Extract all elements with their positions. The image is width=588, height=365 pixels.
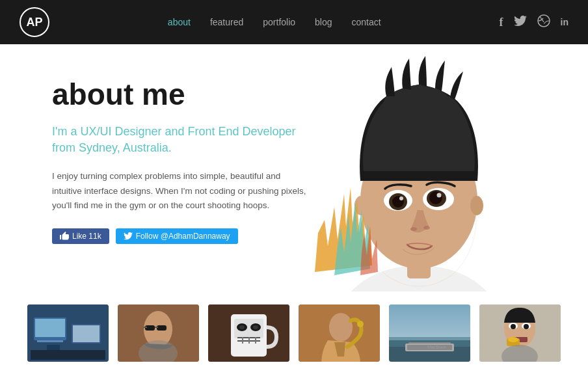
svg-rect-42: [248, 337, 250, 344]
svg-point-62: [508, 337, 518, 342]
svg-rect-29: [144, 327, 147, 328]
svg-point-59: [524, 324, 529, 329]
svg-point-57: [511, 324, 516, 329]
thumbnail-2[interactable]: [118, 304, 199, 362]
about-body: I enjoy turning complex problems into si…: [52, 169, 312, 213]
follow-button[interactable]: Follow @AdhamDannaway: [116, 228, 238, 244]
svg-rect-20: [37, 340, 63, 342]
thumbnail-6[interactable]: [479, 304, 561, 362]
thumbnails-section: MacBook: [0, 291, 588, 365]
svg-point-46: [357, 321, 364, 327]
svg-rect-30: [155, 327, 158, 328]
svg-rect-50: [408, 342, 451, 344]
svg-rect-41: [242, 337, 243, 344]
nav-link-blog[interactable]: blog: [315, 17, 332, 27]
thumbnail-3[interactable]: [208, 304, 289, 362]
svg-point-6: [475, 210, 479, 213]
navbar: AP about featured portfolio blog contact…: [0, 0, 588, 44]
thumbnail-4[interactable]: [299, 304, 380, 362]
nav-link-portfolio[interactable]: portfolio: [263, 17, 295, 27]
svg-point-38: [253, 325, 258, 329]
svg-point-15: [410, 227, 417, 231]
thumbnail-5[interactable]: MacBook: [389, 304, 470, 362]
dribbble-icon[interactable]: [537, 14, 550, 31]
about-subtitle: I'm a UX/UI Designer and Front End Devel…: [52, 124, 312, 156]
nav-link-featured[interactable]: featured: [210, 17, 243, 27]
svg-rect-22: [73, 325, 100, 342]
svg-point-45: [329, 313, 353, 342]
linkedin-icon[interactable]: in: [561, 17, 568, 27]
nav-link-about[interactable]: about: [168, 17, 191, 27]
svg-point-37: [239, 325, 245, 329]
nav-link-contact[interactable]: contact: [352, 17, 381, 27]
nav-links: about featured portfolio blog contact: [168, 16, 381, 28]
svg-rect-19: [35, 319, 65, 337]
logo-text: AP: [26, 16, 42, 29]
like-label: Like 11k: [72, 232, 101, 241]
svg-point-14: [437, 193, 442, 198]
twitter-icon[interactable]: [514, 16, 527, 29]
svg-point-13: [429, 191, 442, 204]
social-links: f in: [500, 14, 568, 31]
follow-label: Follow @AdhamDannaway: [136, 232, 230, 241]
about-text: about me I'm a UX/UI Designer and Front …: [52, 77, 312, 272]
svg-text:MacBook: MacBook: [427, 345, 447, 349]
logo[interactable]: AP: [20, 7, 49, 37]
social-buttons: Like 11k Follow @AdhamDannaway: [52, 228, 312, 244]
svg-rect-24: [31, 350, 105, 360]
like-button[interactable]: Like 11k: [52, 228, 109, 244]
about-title: about me: [52, 77, 312, 112]
facebook-icon[interactable]: f: [500, 16, 503, 29]
svg-point-16: [423, 226, 430, 230]
thumbnail-1[interactable]: [27, 304, 109, 362]
svg-rect-28: [157, 325, 167, 331]
svg-rect-43: [255, 337, 256, 344]
hero-section: about me I'm a UX/UI Designer and Front …: [0, 44, 588, 291]
